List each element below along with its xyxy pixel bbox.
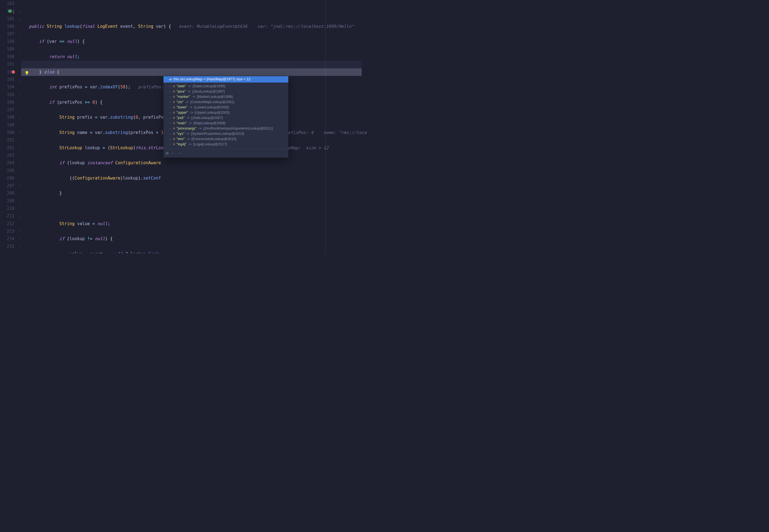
debug-map-entry[interactable]: ›≡"java" -> {JavaLookup@1997} <box>165 89 287 94</box>
line-number[interactable]: 203 <box>0 152 16 159</box>
null-literal: null <box>67 54 77 59</box>
fold-end-icon[interactable]: ⌃ <box>17 91 22 99</box>
code-editor[interactable]: 183 184 185 186 187 188 189 190 191 192 … <box>0 0 362 253</box>
debug-map-entry[interactable]: ›≡"jndi" -> {JndiLookup@2007} <box>165 115 287 121</box>
debug-map-entry[interactable]: ›≡"log4j" -> {Log4jLookup@2017} <box>165 142 287 147</box>
popup-body[interactable]: ›≡"date" -> {DateLookup@1995}›≡"java" ->… <box>163 83 288 149</box>
arrow-text: -> <box>187 136 190 142</box>
line-number[interactable]: 212 <box>0 220 16 228</box>
fold-toggle-icon[interactable]: ⌄ <box>17 114 22 121</box>
type: String <box>59 130 75 135</box>
type: LogEvent <box>98 24 118 29</box>
fold-end-icon[interactable]: ⌃ <box>17 129 22 136</box>
line-number[interactable]: 196 <box>0 99 16 106</box>
fold-end-icon[interactable]: ⌃ <box>17 182 22 190</box>
map-key: "ctx" <box>177 100 183 105</box>
variable: value <box>77 221 90 226</box>
map-entry-icon: ≡ <box>173 100 175 105</box>
fold-toggle-icon[interactable]: ⌄ <box>17 144 22 152</box>
map-key: "env" <box>177 136 185 142</box>
line-number[interactable]: 197 <box>0 106 16 114</box>
fold-toggle-icon[interactable]: ⌄ <box>17 30 22 38</box>
chevron-right-icon[interactable]: › <box>169 126 171 131</box>
line-number[interactable]: 213 <box>0 228 16 235</box>
debug-map-entry[interactable]: ›≡"main" -> {MapLookup@2009} <box>165 121 287 126</box>
line-number[interactable]: 214 <box>0 235 16 243</box>
map-value: {JmxRuntimeInputArgumentsLookup@2011} <box>203 126 273 131</box>
fold-toggle-icon[interactable]: ⌄ <box>17 197 22 205</box>
fold-toggle-icon[interactable]: ⌄ <box>17 212 22 220</box>
line-number[interactable]: 200 <box>0 129 16 136</box>
line-number[interactable]: 215 <box>0 243 16 250</box>
fold-toggle-icon[interactable]: ⌄ <box>17 46 22 53</box>
chevron-right-icon[interactable]: › <box>169 100 171 105</box>
fold-end-icon[interactable]: ⌃ <box>17 228 22 235</box>
line-number[interactable]: 211 <box>0 212 16 220</box>
chevron-right-icon[interactable]: › <box>169 131 171 136</box>
line-number[interactable]: 199 <box>0 121 16 129</box>
back-arrow-icon[interactable]: ← <box>171 151 175 156</box>
line-number[interactable]: 208 <box>0 190 16 197</box>
map-value: {EnvironmentLookup@2015} <box>191 136 236 142</box>
popup-header[interactable]: ⌄ ∞ this.strLookupMap = {HashMap@1977} s… <box>163 76 288 83</box>
line-number[interactable]: 210 <box>0 205 16 212</box>
line-number[interactable]: 202 <box>0 144 16 152</box>
fold-toggle-icon[interactable]: ⌄ <box>17 76 22 83</box>
debug-map-entry[interactable]: ›≡"lower" -> {LowerLookup@2005} <box>165 105 287 110</box>
chevron-right-icon[interactable]: › <box>169 89 171 94</box>
debug-map-entry[interactable]: ›≡"ctx" -> {ContextMapLookup@2001} <box>165 100 287 105</box>
chevron-right-icon[interactable]: › <box>169 94 171 100</box>
line-number[interactable]: 209 <box>0 197 16 205</box>
debug-map-entry[interactable]: ›≡"marker" -> {MarkerLookup@1999} <box>165 94 287 100</box>
intention-bulb-icon[interactable]: 💡 <box>24 69 29 77</box>
tree-view-icon[interactable]: ⧉ <box>166 151 168 156</box>
map-entry-icon: ≡ <box>173 89 175 94</box>
null-literal: null <box>95 236 105 241</box>
arrow-text: -> <box>198 126 202 131</box>
debugger-variable-popup[interactable]: ⌄ ∞ this.strLookupMap = {HashMap@1977} s… <box>163 76 288 158</box>
arrow-text: -> <box>186 131 189 136</box>
chevron-right-icon[interactable]: › <box>169 115 171 121</box>
line-number[interactable]: 204 <box>0 159 16 167</box>
debug-map-entry[interactable]: ›≡"date" -> {DateLookup@1995} <box>165 84 287 89</box>
fold-end-icon[interactable]: ⌃ <box>17 159 22 167</box>
line-number[interactable]: 194 <box>0 83 16 91</box>
map-key: "marker" <box>177 94 190 100</box>
arrow-text: -> <box>187 89 191 94</box>
map-key: "log4j" <box>177 142 187 147</box>
chevron-right-icon[interactable]: › <box>169 121 171 126</box>
line-number[interactable]: 207 <box>0 182 16 190</box>
fold-gutter[interactable]: ⌄ ⌄ ⌄ ⌄ ⌄ ⌃ ⌄ ⌃ ⌄ ⌃ ⌃ ⌄ ⌄ ⌃ ⌃ ⌃ <box>17 0 22 250</box>
line-number[interactable]: 198 <box>0 114 16 121</box>
this-keyword: this <box>136 145 146 150</box>
chevron-right-icon[interactable]: › <box>169 142 171 147</box>
debug-map-entry[interactable]: ›≡"jvmrunargs" -> {JmxRuntimeInputArgume… <box>165 126 287 131</box>
chevron-right-icon[interactable]: › <box>169 84 171 89</box>
chevron-down-icon[interactable]: ⌄ <box>165 77 167 82</box>
fold-end-icon[interactable]: ⌃ <box>17 235 22 243</box>
arrow-text: -> <box>188 121 192 126</box>
vcs-change-marker-icon[interactable] <box>8 9 12 13</box>
variable: name <box>77 130 88 135</box>
map-value: {MapLookup@2009} <box>193 121 225 126</box>
breakpoint-icon[interactable] <box>12 70 15 74</box>
map-entry-icon: ≡ <box>173 110 175 115</box>
line-number[interactable]: 193 <box>0 76 16 83</box>
forward-arrow-icon[interactable]: → <box>178 151 182 156</box>
debug-map-entry[interactable]: ›≡"upper" -> {UpperLookup@2003} <box>165 110 287 115</box>
line-number[interactable]: 201 <box>0 136 16 144</box>
chevron-right-icon[interactable]: › <box>169 105 171 110</box>
debug-map-entry[interactable]: ›≡"env" -> {EnvironmentLookup@2015} <box>165 136 287 142</box>
line-number[interactable]: 205 <box>0 167 16 175</box>
fold-toggle-icon[interactable]: ⌄ <box>17 15 22 23</box>
chevron-right-icon[interactable]: › <box>169 110 171 115</box>
chevron-right-icon[interactable]: › <box>169 136 171 142</box>
line-number[interactable]: 206 <box>0 175 16 182</box>
fold-toggle-icon[interactable]: ⌄ <box>17 8 22 15</box>
map-value: {JndiLookup@2007} <box>191 115 223 121</box>
map-value: {ContextMapLookup@2001} <box>190 100 235 105</box>
fold-end-icon[interactable]: ⌃ <box>17 243 22 250</box>
object-ref-icon: ∞ <box>169 77 172 82</box>
debug-map-entry[interactable]: ›≡"sys" -> {SystemPropertiesLookup@2013} <box>165 131 287 136</box>
line-number[interactable]: 195 <box>0 91 16 99</box>
